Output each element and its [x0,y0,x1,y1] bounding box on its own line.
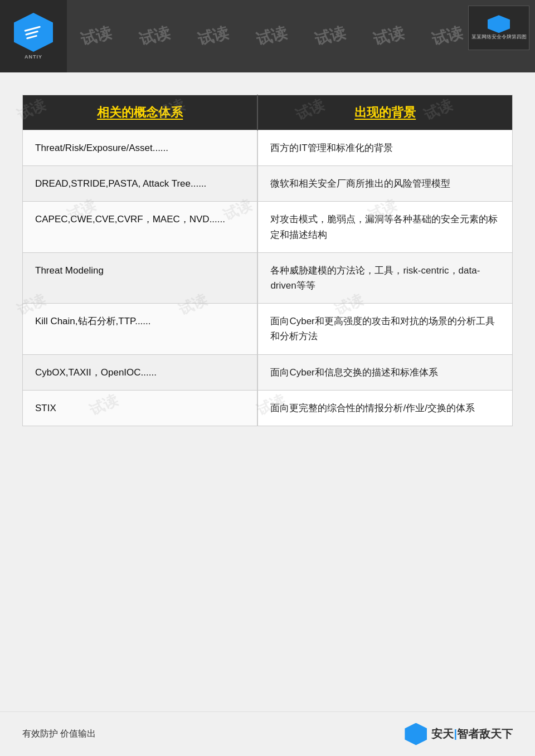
data-table: 相关的概念体系 出现的背景 Threat/Risk/Exposure/Asset… [22,95,513,426]
table-row: STIX 面向更完整的综合性的情报分析/作业/交换的体系 [23,390,513,426]
footer-tagline: 有效防护 价值输出 [22,728,96,740]
logo-area: ANTIY [0,0,67,72]
cell-left-4: Threat Modeling [23,252,258,303]
footer: 有效防护 价值输出 安天|智者敌天下 [0,711,535,756]
header: ANTIY 试读 试读 试读 试读 试读 试读 试读 试读 某某网络安全令牌第四… [0,0,535,72]
watermark-1: 试读 [79,22,114,50]
cell-right-1: 西方的IT管理和标准化的背景 [257,130,512,166]
cell-left-7: STIX [23,390,258,426]
cell-right-4: 各种威胁建模的方法论，工具，risk-centric，data-driven等等 [257,252,512,303]
watermark-2: 试读 [137,22,173,50]
table-row: Threat Modeling 各种威胁建模的方法论，工具，risk-centr… [23,252,513,303]
footer-brand-name: 安天 [431,728,454,740]
cell-right-6: 面向Cyber和信息交换的描述和标准体系 [257,354,512,390]
footer-brand: 安天|智者敌天下 [431,726,513,742]
cell-left-1: Threat/Risk/Exposure/Asset...... [23,130,258,166]
col-header-right: 出现的背景 [257,95,512,130]
cell-right-7: 面向更完整的综合性的情报分析/作业/交换的体系 [257,390,512,426]
footer-right: 安天|智者敌天下 [405,723,513,745]
header-watermarks: 试读 试读 试读 试读 试读 试读 试读 试读 [67,0,535,72]
table-header-row: 相关的概念体系 出现的背景 [23,95,513,130]
cell-left-2: DREAD,STRIDE,PASTA, Attack Tree...... [23,166,258,202]
watermark-6: 试读 [371,22,407,50]
footer-logo-icon [405,723,427,745]
top-right-label: 某某网络安全令牌第四图 [471,34,527,41]
cell-left-5: Kill Chain,钻石分析,TTP...... [23,304,258,354]
table-row: CybOX,TAXII，OpenIOC...... 面向Cyber和信息交换的描… [23,354,513,390]
cell-right-3: 对攻击模式，脆弱点，漏洞等各种基础的安全元素的标定和描述结构 [257,202,512,252]
table-row: CAPEC,CWE,CVE,CVRF，MAEC，NVD...... 对攻击模式，… [23,202,513,252]
cell-right-5: 面向Cyber和更高强度的攻击和对抗的场景的分析工具和分析方法 [257,304,512,354]
top-right-logo: 某某网络安全令牌第四图 [468,6,529,50]
cell-left-3: CAPEC,CWE,CVE,CVRF，MAEC，NVD...... [23,202,258,252]
watermark-3: 试读 [196,22,231,50]
main-content: 试读 试读 试读 试读 试读 试读 试读 试读 试读 试读 试读 试读 试读 试… [0,72,535,443]
cell-left-6: CybOX,TAXII，OpenIOC...... [23,354,258,390]
watermark-4: 试读 [254,22,290,50]
watermark-7: 试读 [430,22,465,50]
col-header-left: 相关的概念体系 [23,95,258,130]
logo-hexagon [14,13,53,52]
footer-brand-suffix: 智者敌天下 [457,728,513,740]
cell-right-2: 微软和相关安全厂商所推出的风险管理模型 [257,166,512,202]
logo-text: ANTIY [25,54,42,60]
table-row: DREAD,STRIDE,PASTA, Attack Tree...... 微软… [23,166,513,202]
table-row: Kill Chain,钻石分析,TTP...... 面向Cyber和更高强度的攻… [23,304,513,354]
watermark-5: 试读 [313,22,348,50]
table-row: Threat/Risk/Exposure/Asset...... 西方的IT管理… [23,130,513,166]
